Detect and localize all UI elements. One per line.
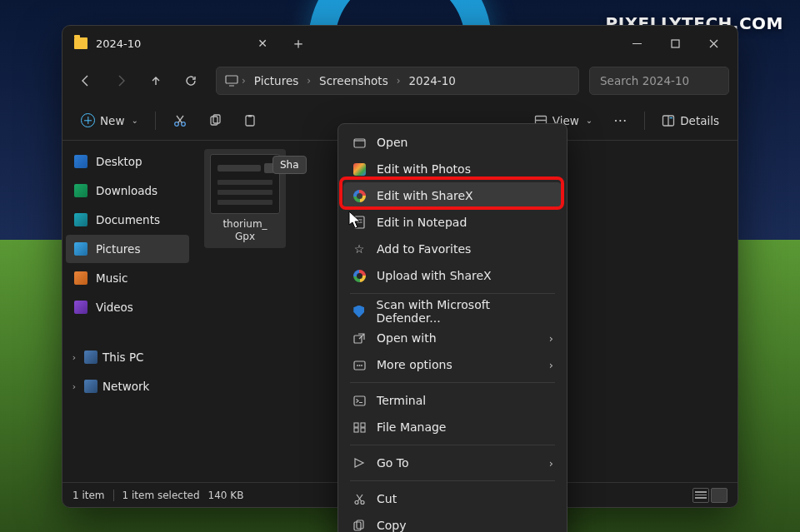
- ctx-add-favorites[interactable]: ☆Add to Favorites: [343, 236, 562, 262]
- details-view-button[interactable]: [692, 488, 709, 503]
- chevron-right-icon: ›: [69, 352, 79, 363]
- copy-icon: [352, 518, 367, 532]
- address-bar[interactable]: › Pictures › Screenshots › 2024-10: [216, 67, 579, 95]
- ctx-edit-photos[interactable]: Edit with Photos: [343, 156, 562, 182]
- downloads-icon: [74, 184, 88, 197]
- back-button[interactable]: [71, 67, 101, 95]
- sidebar: Desktop Downloads Documents Pictures Mus…: [62, 141, 192, 482]
- svg-rect-16: [670, 117, 673, 118]
- tab-close-button[interactable]: ✕: [258, 37, 268, 50]
- forward-button[interactable]: [106, 67, 136, 95]
- details-icon: [662, 114, 675, 127]
- menu-separator: [350, 480, 555, 481]
- selection-size: 140 KB: [208, 490, 244, 501]
- sharex-icon: [352, 268, 367, 283]
- refresh-button[interactable]: [176, 67, 206, 95]
- network-icon: [84, 380, 98, 393]
- titlebar: 2024-10 ✕ ＋: [62, 26, 738, 61]
- menu-separator: [350, 382, 555, 383]
- ctx-cut[interactable]: Cut: [343, 485, 562, 512]
- svg-rect-29: [354, 428, 358, 432]
- sidebar-item-desktop[interactable]: Desktop: [66, 147, 189, 176]
- selection-count: 1 item selected: [122, 490, 200, 501]
- paste-button[interactable]: [234, 107, 266, 135]
- ctx-more-options[interactable]: More options›: [343, 351, 562, 378]
- more-icon: [352, 357, 367, 372]
- svg-rect-10: [246, 116, 254, 126]
- toolbar-separator: [155, 112, 156, 130]
- new-tab-button[interactable]: ＋: [291, 33, 306, 53]
- svg-point-32: [361, 500, 364, 504]
- shield-icon: [352, 304, 367, 319]
- window-title: 2024-10: [96, 37, 141, 50]
- chevron-down-icon: ⌄: [131, 116, 138, 125]
- search-input[interactable]: Search 2024-10: [589, 67, 729, 95]
- more-button[interactable]: ⋯: [604, 107, 636, 135]
- minimize-button[interactable]: [618, 30, 656, 57]
- breadcrumb-seg[interactable]: 2024-10: [404, 72, 461, 89]
- thumbnails-view-button[interactable]: [711, 488, 728, 503]
- sidebar-item-videos[interactable]: Videos: [66, 293, 189, 321]
- ctx-defender-scan[interactable]: Scan with Microsoft Defender...: [343, 298, 562, 325]
- new-button[interactable]: New ⌄: [72, 107, 147, 135]
- ctx-edit-sharex[interactable]: Edit with ShareX: [343, 182, 562, 209]
- filename-tooltip: Sha: [272, 156, 307, 174]
- svg-point-24: [358, 365, 360, 366]
- cut-icon: [352, 491, 367, 506]
- svg-rect-30: [361, 428, 365, 432]
- chevron-right-icon: ›: [69, 381, 79, 392]
- sidebar-item-downloads[interactable]: Downloads: [66, 177, 189, 205]
- ctx-open-with[interactable]: Open with›: [343, 325, 562, 351]
- goto-icon: [352, 455, 367, 470]
- cut-button[interactable]: [164, 107, 196, 135]
- ctx-file-manage[interactable]: File Manage: [343, 414, 562, 440]
- svg-rect-21: [354, 336, 362, 343]
- sidebar-network[interactable]: ›Network: [66, 372, 189, 400]
- sharex-icon: [352, 188, 367, 203]
- chevron-right-icon: ›: [549, 359, 553, 371]
- videos-icon: [74, 301, 88, 314]
- svg-rect-11: [248, 115, 252, 117]
- sidebar-item-music[interactable]: Music: [66, 264, 189, 292]
- menu-separator: [350, 445, 555, 445]
- ctx-terminal[interactable]: Terminal: [343, 387, 562, 414]
- ctx-upload-sharex[interactable]: Upload with ShareX: [343, 262, 562, 289]
- details-pane-button[interactable]: Details: [653, 107, 728, 135]
- copy-button[interactable]: [199, 107, 231, 135]
- monitor-icon: [225, 75, 238, 87]
- svg-point-25: [361, 365, 362, 366]
- plus-icon: [81, 113, 95, 127]
- item-count: 1 item: [72, 490, 105, 501]
- photos-icon: [352, 162, 367, 177]
- chevron-right-icon: ›: [242, 75, 246, 87]
- breadcrumb-seg[interactable]: Screenshots: [314, 72, 393, 89]
- svg-point-6: [175, 122, 179, 126]
- context-menu: Open Edit with Photos Edit with ShareX E…: [338, 123, 568, 532]
- thumbnail-caption: thorium_Gpx: [222, 218, 267, 243]
- sidebar-item-documents[interactable]: Documents: [66, 206, 189, 234]
- sidebar-this-pc[interactable]: ›This PC: [66, 343, 189, 371]
- sidebar-item-pictures[interactable]: Pictures: [66, 235, 189, 263]
- nav-bar: › Pictures › Screenshots › 2024-10 Searc…: [62, 61, 738, 101]
- filemgr-icon: [352, 420, 367, 435]
- svg-rect-4: [226, 76, 238, 83]
- breadcrumb-seg[interactable]: Pictures: [249, 72, 303, 89]
- music-icon: [74, 271, 88, 285]
- folder-icon: [74, 37, 88, 49]
- star-icon: ☆: [352, 241, 367, 256]
- pc-icon: [84, 351, 98, 364]
- up-button[interactable]: [141, 67, 171, 95]
- ctx-copy[interactable]: Copy: [343, 512, 562, 532]
- svg-rect-1: [672, 40, 679, 47]
- ctx-edit-notepad[interactable]: Edit in Notepad: [343, 209, 562, 236]
- ctx-go-to[interactable]: Go To›: [343, 450, 562, 476]
- ctx-open[interactable]: Open: [343, 129, 562, 156]
- open-icon: [352, 135, 367, 150]
- chevron-right-icon: ›: [549, 332, 553, 345]
- chevron-right-icon: ›: [549, 457, 553, 470]
- maximize-button[interactable]: [656, 30, 694, 57]
- chevron-down-icon: ⌄: [586, 116, 592, 125]
- documents-icon: [74, 213, 88, 226]
- close-button[interactable]: [694, 30, 732, 57]
- chevron-right-icon: ›: [397, 75, 401, 87]
